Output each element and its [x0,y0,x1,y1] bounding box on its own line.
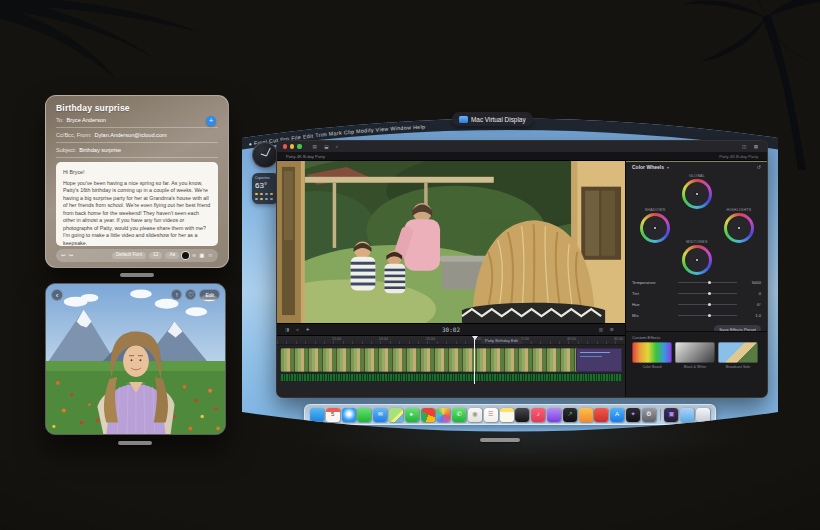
dock-icon-downloads[interactable] [680,408,694,422]
dock-icon-trash[interactable] [696,408,710,422]
dock-icon-app-store[interactable]: A [610,408,624,422]
photos-back-button[interactable]: ‹ [51,289,63,301]
photos-window-handle[interactable] [118,441,152,445]
mail-window-handle[interactable] [120,273,154,277]
effect-thumbnail[interactable] [632,342,672,363]
dock-icon-phone[interactable]: ✆ [452,408,466,422]
effect-broadcast-safe[interactable]: Broadcast Safe [718,342,758,369]
color-wheel-ring[interactable] [724,213,754,243]
reset-icon[interactable]: ↺ [757,164,761,170]
mail-to-field[interactable]: To: Bryce Anderson + [56,113,218,128]
slider-tint[interactable]: Tint0 [632,288,761,299]
fcp-titlebar-right-icons[interactable]: ◫ ▦ [742,144,761,149]
dock-icon-music[interactable]: ♪ [531,408,545,422]
fcp-timeline[interactable]: 15:0020:0025:0030:0035:0040:0045:00 Patt… [277,335,625,397]
weather-widget[interactable]: Cupertino 63° [252,173,279,204]
color-wheel-shadows[interactable]: Shadows [640,213,670,243]
effect-color-board[interactable]: Color Board [632,342,672,369]
chevron-down-icon[interactable]: ▾ [667,165,669,170]
color-wheel-puck[interactable] [738,227,741,230]
photos-edit-button[interactable]: Edit [199,289,220,300]
dock-icon-keynote[interactable] [579,408,593,422]
slider-track[interactable] [678,315,737,316]
fcp-titlebar-icons[interactable]: ▤ ⬓ ⌕ [313,144,342,149]
timeline-playhead[interactable] [474,336,475,384]
timeline-ruler[interactable]: 15:0020:0025:0030:0035:0040:0045:00 [277,336,625,345]
slider-track[interactable] [678,293,737,294]
dock-icon-maps[interactable] [389,408,403,422]
fcp-toolbar-left-icons[interactable]: ◨ ⌗ ✚ [277,327,313,332]
undo-button[interactable]: ↩ [61,253,66,259]
dock-icon-messages[interactable] [357,408,371,422]
mail-cc-field[interactable]: Cc/Bcc, From: Dylan.Anderson@icloud.com [56,128,218,143]
dock-icon-facetime[interactable]: ▸ [405,408,419,422]
mac-virtual-display[interactable]: ● Final Cut Pro File Edit Trim Mark Clip… [242,116,778,434]
slider-mix[interactable]: Mix1.0 [632,310,761,321]
slider-track[interactable] [678,282,737,283]
mail-subject-field[interactable]: Subject: Birthday surprise [56,143,218,158]
attach-file-icon[interactable]: ∞ [192,253,196,259]
mac-virtual-display-label[interactable]: Mac Virtual Display [452,112,533,126]
dock-icon-rocket-app[interactable] [594,408,608,422]
mail-to-value[interactable]: Bryce Anderson [66,117,106,123]
dock-icon-reminders[interactable]: ☰ [484,408,498,422]
color-wheel-puck[interactable] [654,227,657,230]
dock-icon-finder[interactable] [310,408,324,422]
slider-temperature[interactable]: Temperature5000 [632,277,761,288]
font-size-button[interactable]: 12 [149,252,162,260]
font-name-button[interactable]: Default Font [112,252,146,260]
redo-button[interactable]: ↪ [69,253,74,259]
timeline-video-clips[interactable] [280,348,622,372]
slider-thumb[interactable] [708,292,711,295]
dock-icon-chrome[interactable] [421,408,435,422]
dock-icon-mail[interactable]: ✉ [373,408,387,422]
dock-icon-notes[interactable] [500,408,514,422]
dock-icon-calendar[interactable]: 5 [326,408,340,422]
share-icon[interactable]: ↑ [171,289,182,300]
photos-window[interactable]: ‹ ↑ ♡ Edit [45,283,226,435]
timeline-title-clip[interactable] [576,348,622,372]
slider-thumb[interactable] [708,303,711,306]
dock-icon-final-cut-project[interactable]: ▣ [664,408,678,422]
add-contact-button[interactable]: + [206,116,216,126]
insert-photo-icon[interactable]: ▣ [199,253,204,259]
slider-thumb[interactable] [708,314,711,317]
mail-compose-window[interactable]: Birthday surprise To: Bryce Anderson + C… [45,95,229,268]
color-wheel-puck[interactable] [696,259,699,262]
mail-cc-value[interactable]: Dylan.Anderson@icloud.com [94,132,166,138]
color-wheel-midtones[interactable]: Midtones [682,245,712,275]
color-wheel-puck[interactable] [696,193,699,196]
minimize-window-button[interactable] [290,144,294,148]
effect-thumbnail[interactable] [718,342,758,363]
zoom-window-button[interactable] [297,144,301,148]
dock-icon-stocks[interactable]: ↗ [563,408,577,422]
dock-icon-tv[interactable] [515,408,529,422]
final-cut-pro-window[interactable]: ▤ ⬓ ⌕ ◫ ▦ Patty 4K B-day Party Patty 4K … [276,140,768,398]
text-style-button[interactable]: Aa [165,252,179,260]
effect-black-white[interactable]: Black & White [675,342,715,369]
emoji-icon[interactable]: ☺ [207,253,213,259]
dock-icon-safari[interactable] [342,408,356,422]
color-wheel-global[interactable]: Global [682,179,712,209]
mail-subject-value[interactable]: Birthday surprise [79,147,121,153]
color-wheel-ring[interactable] [682,179,712,209]
mail-body-editor[interactable]: Hi Bryce! Hope you've been having a nice… [56,162,218,246]
fcp-toolbar-right-icons[interactable]: ▥ ☰ [599,327,625,332]
close-window-button[interactable] [283,144,287,148]
mac-display-handle[interactable] [480,438,520,442]
timeline-audio-track[interactable] [280,374,622,381]
fcp-viewer[interactable] [277,161,625,323]
dock-icon-photos[interactable] [436,408,450,422]
text-color-button[interactable] [182,252,189,259]
dock-icon-contacts[interactable]: ◉ [468,408,482,422]
dock-icon-podcasts[interactable] [547,408,561,422]
fcp-event-name[interactable]: Patty 4K B-day Party [286,154,325,159]
slider-track[interactable] [678,304,737,305]
slider-thumb[interactable] [708,281,711,284]
slider-hue[interactable]: Hue0° [632,299,761,310]
favorite-icon[interactable]: ♡ [185,289,196,300]
color-wheel-ring[interactable] [682,245,712,275]
dock-icon-final-cut-pro[interactable]: ✦ [626,408,640,422]
color-wheel-highlights[interactable]: Highlights [724,213,754,243]
dock-icon-settings[interactable]: ⚙ [642,408,656,422]
